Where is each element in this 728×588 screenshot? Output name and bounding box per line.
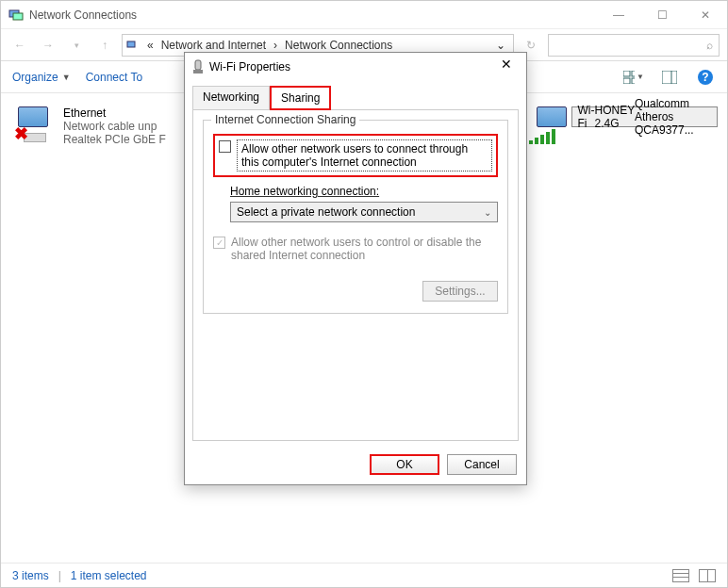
svg-rect-1: [13, 13, 23, 20]
ics-group: Internet Connection Sharing Allow other …: [203, 120, 508, 314]
cancel-button[interactable]: Cancel: [447, 454, 517, 475]
allow-control-label: Allow other network users to control or …: [231, 236, 498, 262]
wifi-properties-dialog: Wi-Fi Properties ✕ Networking Sharing In…: [184, 52, 527, 485]
maximize-button[interactable]: ☐: [640, 1, 684, 29]
title-bar: Network Connections — ☐ ✕: [1, 1, 727, 29]
dialog-header: Wi-Fi Properties ✕: [185, 53, 526, 81]
home-connection-value: Select a private network connection: [237, 205, 415, 219]
ok-button[interactable]: OK: [370, 454, 439, 475]
organize-menu[interactable]: Organize▼: [12, 71, 71, 84]
chevron-right-icon: ›: [270, 39, 281, 52]
svg-rect-2: [127, 41, 135, 47]
allow-connect-highlight: Allow other network users to connect thr…: [213, 134, 498, 177]
selection-count: 1 item selected: [71, 569, 147, 582]
up-button[interactable]: ↑: [93, 34, 116, 57]
connection-name: Ethernet: [63, 106, 166, 120]
search-icon: ⌕: [706, 39, 713, 52]
dialog-title: Wi-Fi Properties: [209, 60, 492, 74]
dialog-close-button[interactable]: ✕: [492, 57, 521, 77]
tab-networking[interactable]: Networking: [192, 86, 270, 110]
wifi-icon: [529, 106, 564, 144]
address-dropdown[interactable]: ⌄: [492, 39, 509, 52]
breadcrumb-item[interactable]: Network Connections: [285, 39, 392, 52]
allow-connect-checkbox[interactable]: [219, 140, 231, 153]
connect-to-button[interactable]: Connect To: [86, 71, 143, 84]
forward-button[interactable]: →: [37, 34, 59, 57]
connection-device: Qualcomm Atheros QCA9377...: [635, 97, 711, 137]
allow-connect-label: Allow other network users to connect thr…: [237, 139, 492, 172]
allow-control-checkbox: ✓: [213, 237, 225, 249]
svg-text:?: ?: [702, 71, 708, 84]
breadcrumb-root-chev[interactable]: «: [143, 39, 157, 52]
window-icon: [8, 8, 24, 23]
preview-pane-button[interactable]: [659, 67, 680, 88]
recent-dropdown[interactable]: ▾: [65, 34, 88, 57]
svg-rect-7: [662, 71, 677, 84]
close-button[interactable]: ✕: [684, 1, 727, 29]
item-count: 3 items: [12, 569, 49, 582]
svg-rect-11: [195, 60, 201, 70]
network-icon: [126, 39, 140, 52]
help-button[interactable]: ?: [695, 67, 716, 88]
tab-sharing[interactable]: Sharing: [270, 86, 331, 110]
svg-rect-5: [623, 78, 630, 84]
home-connection-select[interactable]: Select a private network connection ⌄: [230, 202, 498, 222]
chevron-down-icon: ⌄: [484, 207, 491, 218]
home-connection-label: Home networking connection:: [230, 185, 379, 198]
connection-status: HONEY 2.4G: [595, 104, 635, 130]
connection-item-wifi[interactable]: Wi-Fi HONEY 2.4G Qualcomm Atheros QCA937…: [529, 106, 718, 549]
window-title: Network Connections: [29, 8, 597, 22]
svg-rect-3: [623, 71, 630, 76]
connection-name: Wi-Fi: [578, 104, 595, 130]
minimize-button[interactable]: —: [597, 1, 640, 29]
view-options-button[interactable]: ▼: [623, 67, 644, 88]
status-bar: 3 items | 1 item selected: [1, 563, 727, 587]
svg-rect-12: [193, 70, 203, 74]
back-button[interactable]: ←: [8, 34, 31, 57]
group-legend: Internet Connection Sharing: [211, 113, 359, 126]
settings-button: Settings...: [422, 281, 498, 302]
breadcrumb-item[interactable]: Network and Internet: [161, 39, 266, 52]
large-icons-view-button[interactable]: [699, 569, 716, 582]
wifi-properties-icon: [190, 59, 206, 74]
dialog-tabs: Networking Sharing: [185, 81, 526, 109]
tab-content: Internet Connection Sharing Allow other …: [192, 109, 519, 441]
ethernet-icon: ✖: [10, 106, 56, 144]
connection-status: Network cable unp: [63, 120, 166, 133]
connection-device: Realtek PCIe GbE F: [63, 133, 166, 146]
search-input[interactable]: ⌕: [548, 34, 720, 57]
details-view-button[interactable]: [672, 569, 689, 582]
svg-rect-4: [632, 71, 635, 76]
svg-rect-6: [632, 78, 635, 84]
dialog-buttons: OK Cancel: [185, 449, 526, 484]
